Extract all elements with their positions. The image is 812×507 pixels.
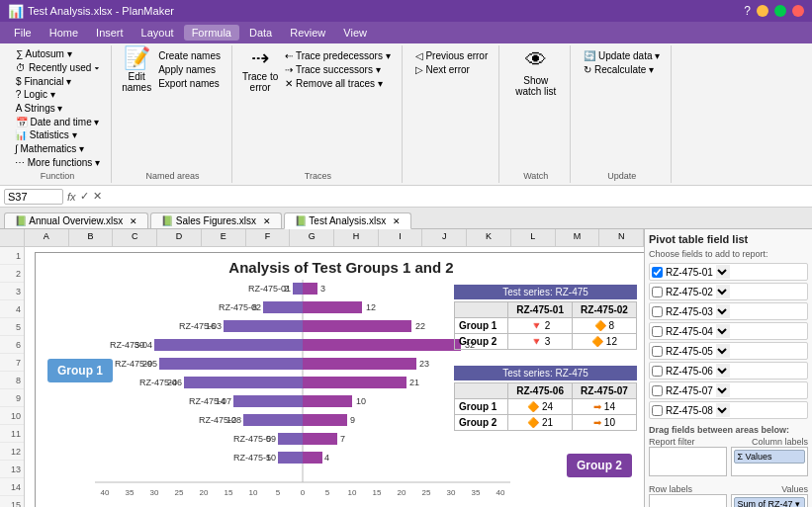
formula-input[interactable] <box>106 191 808 203</box>
file-tab-sales[interactable]: 📗 Sales Figures.xlsx ✕ <box>150 212 282 228</box>
logic-button[interactable]: ? Logic ▾ <box>13 88 103 101</box>
maximize-button[interactable] <box>774 5 786 17</box>
pivot-field-rz05[interactable]: RZ-475-05 ▾ <box>649 342 808 360</box>
pivot-checkbox-rz02[interactable] <box>652 287 663 297</box>
col-b: B <box>69 229 114 246</box>
pivot-checkbox-rz03[interactable] <box>652 306 663 317</box>
pivot-checkbox-rz06[interactable] <box>652 366 663 377</box>
svg-text:40: 40 <box>101 488 110 497</box>
file-tab-test[interactable]: 📗 Test Analysis.xlsx ✕ <box>284 212 411 229</box>
sigma-values-item[interactable]: Σ Values <box>734 450 806 464</box>
report-filter-drop[interactable] <box>649 447 727 476</box>
pivot-field-rz06[interactable]: RZ-475-06 ▾ <box>649 362 808 380</box>
close-button[interactable] <box>792 5 804 17</box>
pivot-field-rz01[interactable]: RZ-475-01 ▾ <box>649 263 808 281</box>
menu-formula[interactable]: Formula <box>184 25 239 41</box>
t1-r1c0: Group 2 <box>455 334 508 350</box>
create-names-button[interactable]: Create names <box>155 49 224 62</box>
file-tab-annual[interactable]: 📗 Annual Overview.xlsx ✕ <box>4 212 148 228</box>
pivot-field-dropdown-rz05[interactable]: ▾ <box>716 344 730 358</box>
chart-box[interactable]: Analysis of Test Groups 1 and 2 Group 1 … <box>35 252 644 507</box>
checkmark-icon[interactable]: ✓ <box>80 190 89 203</box>
pivot-field-dropdown-rz08[interactable]: ▾ <box>716 403 730 417</box>
sigma-values-label: Σ Values <box>738 452 772 462</box>
close-tab-1[interactable]: ✕ <box>130 216 137 226</box>
menu-file[interactable]: File <box>6 25 40 41</box>
menu-review[interactable]: Review <box>282 25 333 41</box>
pivot-field-dropdown-rz02[interactable]: ▾ <box>716 285 730 298</box>
date-time-button[interactable]: 📅 Date and time ▾ <box>13 116 103 128</box>
t1-h1: RZ-475-01 <box>508 302 573 318</box>
column-labels-drop[interactable]: Σ Values <box>731 447 809 476</box>
minimize-button[interactable] <box>757 5 768 17</box>
table-row: Group 2 🔶 21 ➡ 10 <box>455 415 637 431</box>
values-drop[interactable]: Sum of RZ-47 ▾ Sum of RZ-47 ▾ Sum of RZ-… <box>731 494 809 507</box>
arrow-right-icon-2: ➡ <box>593 417 601 428</box>
pivot-checkbox-rz05[interactable] <box>652 346 663 357</box>
trace-successors-button[interactable]: ⇢ Trace successors ▾ <box>282 63 393 76</box>
close-tab-2[interactable]: ✕ <box>263 216 271 226</box>
edit-names-label: Editnames <box>122 71 151 93</box>
trace-predecessors-button[interactable]: ⇠ Trace predecessors ▾ <box>282 49 393 62</box>
pivot-field-rz04[interactable]: RZ-475-04 ▾ <box>649 322 808 340</box>
update-data-button[interactable]: 🔄 Update data ▾ <box>581 49 663 62</box>
pivot-field-dropdown-rz01[interactable]: ▾ <box>716 265 730 279</box>
pivot-field-rz03[interactable]: RZ-475-03 ▾ <box>649 302 808 320</box>
statistics-button[interactable]: 📊 Statistics ▾ <box>12 128 103 141</box>
autosum-button[interactable]: ∑ Autosum ▾ <box>13 47 102 60</box>
svg-text:25: 25 <box>175 488 184 497</box>
remove-traces-button[interactable]: ✕ Remove all traces ▾ <box>282 77 393 90</box>
svg-rect-17 <box>303 339 461 351</box>
pivot-checkbox-rz01[interactable] <box>652 267 663 278</box>
row-num-5: 5 <box>0 318 24 336</box>
previous-error-button[interactable]: ◁ Previous error <box>412 49 492 62</box>
help-icon[interactable]: ? <box>744 4 751 18</box>
svg-text:3: 3 <box>320 284 325 294</box>
pivot-field-rz08[interactable]: RZ-475-08 ▾ <box>649 401 808 419</box>
menu-layout[interactable]: Layout <box>134 25 182 41</box>
pivot-field-rz07[interactable]: RZ-475-07 ▾ <box>649 381 808 399</box>
apply-names-button[interactable]: Apply names <box>155 63 224 76</box>
row-num-13: 13 <box>0 461 24 478</box>
mathematics-button[interactable]: ∫ Mathematics ▾ <box>12 142 103 155</box>
menu-home[interactable]: Home <box>42 25 86 41</box>
menu-view[interactable]: View <box>335 25 375 41</box>
svg-text:30: 30 <box>150 488 159 497</box>
pivot-field-dropdown-rz07[interactable]: ▾ <box>716 383 730 397</box>
svg-rect-37 <box>303 414 347 426</box>
next-error-button[interactable]: ▷ Next error <box>412 63 492 76</box>
more-functions-button[interactable]: ⋯ More functions ▾ <box>12 156 103 169</box>
pivot-field-dropdown-rz04[interactable]: ▾ <box>716 324 730 338</box>
svg-text:21: 21 <box>409 378 419 387</box>
table2-title: Test series: RZ-475 <box>454 366 637 380</box>
pivot-checkbox-rz07[interactable] <box>652 385 663 396</box>
menu-data[interactable]: Data <box>241 25 280 41</box>
financial-button[interactable]: $ Financial ▾ <box>13 75 102 88</box>
close-tab-3[interactable]: ✕ <box>393 216 401 226</box>
recently-used-button[interactable]: ⏱ Recently used ▾ <box>13 61 102 74</box>
row-labels-drop[interactable] <box>649 494 727 507</box>
table-row: Group 1 🔶 24 ➡ 14 <box>455 399 637 415</box>
group1-label: Group 1 <box>47 359 113 382</box>
value-item-1[interactable]: Sum of RZ-47 ▾ <box>734 497 806 507</box>
pivot-checkbox-rz08[interactable] <box>652 405 663 416</box>
col-h: H <box>334 229 379 246</box>
app-icon: 📊 <box>8 4 24 19</box>
t2-r0c1: 🔶 24 <box>508 399 573 415</box>
export-names-button[interactable]: Export names <box>155 77 224 90</box>
cell-reference-input[interactable] <box>4 189 63 205</box>
cancel-icon[interactable]: ✕ <box>93 190 102 203</box>
pivot-field-dropdown-rz06[interactable]: ▾ <box>716 364 730 378</box>
menu-insert[interactable]: Insert <box>88 25 132 41</box>
svg-text:30: 30 <box>447 488 456 497</box>
pivot-field-rz02[interactable]: RZ-475-02 ▾ <box>649 283 808 300</box>
pivot-field-dropdown-rz03[interactable]: ▾ <box>716 304 730 318</box>
svg-text:0: 0 <box>301 488 306 497</box>
trace-icon: ⇢ <box>251 47 269 69</box>
strings-button[interactable]: A Strings ▾ <box>13 102 103 115</box>
svg-text:24: 24 <box>167 378 177 387</box>
svg-text:16: 16 <box>206 321 216 331</box>
pivot-checkbox-rz04[interactable] <box>652 326 663 337</box>
recalculate-button[interactable]: ↻ Recalculate ▾ <box>581 63 663 76</box>
pivot-field-list: RZ-475-01 ▾ RZ-475-02 ▾ RZ-475-03 ▾ RZ-4… <box>649 263 808 421</box>
